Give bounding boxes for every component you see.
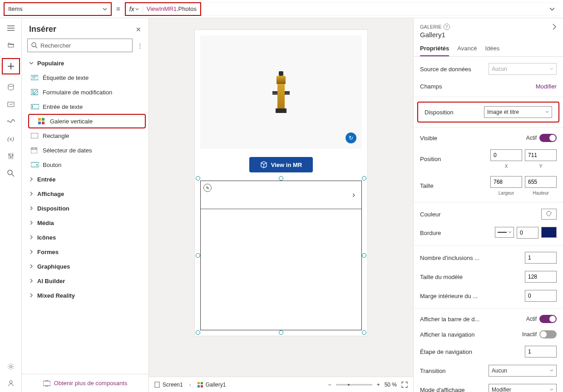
insert-edit-form[interactable]: Formulaire de modification (22, 85, 148, 99)
layout-select[interactable]: Image et titre (484, 106, 552, 118)
tab-properties[interactable]: Propriétés (420, 41, 449, 56)
insert-button[interactable]: Bouton (22, 157, 148, 172)
refresh-icon[interactable]: ↻ (346, 132, 356, 143)
height-input[interactable] (525, 176, 557, 188)
tools-icon[interactable] (6, 152, 15, 161)
gallery-row[interactable]: › (201, 181, 361, 209)
insert-vertical-gallery[interactable]: Galerie verticale (28, 114, 146, 128)
visible-toggle[interactable] (539, 134, 557, 142)
formula-expand[interactable] (201, 2, 559, 16)
search-icon[interactable] (6, 169, 15, 178)
chevron-right-icon[interactable] (552, 24, 557, 30)
flow-icon[interactable] (6, 117, 15, 126)
chevron-right-icon (29, 191, 34, 196)
settings-icon[interactable] (6, 362, 15, 371)
navstep-input[interactable] (525, 346, 557, 358)
tree-icon[interactable] (6, 41, 15, 50)
app-frame: ↻ View in MR ✎ › (195, 30, 367, 336)
border-width-input[interactable] (517, 227, 538, 239)
cat-charts[interactable]: Graphiques (22, 259, 148, 274)
more-icon[interactable]: ⋮ (137, 42, 143, 49)
displaymode-select[interactable]: Modifier (489, 384, 557, 392)
chevron-right-icon (29, 250, 34, 254)
svg-rect-23 (198, 385, 200, 387)
pos-x-input[interactable] (490, 149, 522, 161)
zoom-slider[interactable] (336, 384, 372, 386)
data-icon[interactable] (6, 83, 15, 92)
breadcrumb-screen[interactable]: Screen1 (154, 382, 183, 388)
svg-rect-18 (31, 162, 39, 167)
formula-property: .Photos (177, 5, 197, 12)
close-icon[interactable]: ✕ (136, 26, 141, 33)
cat-media[interactable]: Média (22, 216, 148, 230)
search-input[interactable]: Rechercher (27, 39, 133, 52)
tab-ideas[interactable]: Idées (485, 41, 499, 56)
template-size-input[interactable] (525, 271, 557, 283)
transition-label: Transition (420, 368, 446, 374)
popular-category[interactable]: Populaire (22, 56, 148, 70)
datasource-select[interactable]: Aucun (489, 63, 557, 75)
edit-icon[interactable]: ✎ (203, 184, 212, 192)
svg-point-26 (348, 384, 350, 386)
layout-label: Disposition (425, 109, 454, 116)
media-icon[interactable] (6, 100, 15, 109)
svg-point-2 (8, 154, 10, 156)
chevron-right-icon (29, 279, 34, 283)
wrap-input[interactable] (525, 252, 557, 264)
svg-rect-19 (43, 381, 50, 386)
transition-select[interactable]: Aucun (489, 365, 557, 377)
tab-advanced[interactable]: Avancé (457, 41, 477, 56)
search-placeholder: Rechercher (40, 42, 71, 49)
template-size-label: Taille du modèle (420, 274, 463, 280)
fx-button[interactable]: fx (126, 5, 143, 13)
breadcrumb-gallery[interactable]: Gallery1 (198, 382, 226, 388)
insert-panel: Insérer ✕ Rechercher ⋮ Populaire Étiquet… (22, 18, 149, 392)
fields-edit-link[interactable]: Modifier (536, 83, 557, 90)
cat-mr[interactable]: Mixed Reality (22, 288, 148, 303)
cat-icons[interactable]: Icônes (22, 230, 148, 245)
help-icon[interactable]: ? (444, 24, 450, 30)
chevron-down-icon (135, 7, 139, 11)
padding-input[interactable] (525, 290, 557, 302)
cat-shapes[interactable]: Formes (22, 245, 148, 259)
fullscreen-icon[interactable] (401, 382, 408, 388)
chevron-down-icon (103, 7, 107, 11)
pos-y-input[interactable] (525, 149, 557, 161)
border-color[interactable] (541, 227, 557, 238)
cat-layout[interactable]: Disposition (22, 201, 148, 216)
ask-icon[interactable] (6, 378, 15, 387)
border-style[interactable] (495, 227, 514, 238)
formula-object: ViewInMR1 (147, 5, 177, 12)
cat-ai[interactable]: AI Builder (22, 274, 148, 288)
svg-rect-22 (201, 382, 203, 384)
formula-input[interactable]: ViewInMR1.Photos (143, 5, 200, 12)
cat-entry[interactable]: Entrée (22, 172, 148, 186)
hydrant-graphic (272, 71, 290, 113)
property-selector[interactable]: Items (4, 2, 112, 16)
insert-title: Insérer (29, 24, 56, 34)
zoom-out[interactable]: − (328, 382, 331, 388)
cat-display[interactable]: Affichage (22, 186, 148, 201)
color-picker[interactable] (541, 209, 557, 220)
view-in-mr-button[interactable]: View in MR (249, 157, 313, 172)
hamburger-icon[interactable] (6, 24, 15, 33)
get-components-link[interactable]: Obtenir plus de composants (22, 374, 148, 392)
formula-bar: Items = fx ViewInMR1.Photos (0, 0, 563, 18)
nav-toggle[interactable] (539, 330, 557, 338)
border-label: Bordure (420, 230, 441, 236)
insert-rectangle[interactable]: Rectangle (22, 128, 148, 143)
svg-point-0 (8, 84, 14, 87)
variable-icon[interactable]: (x) (6, 134, 15, 143)
scrollbar-label: Afficher la barre de d... (420, 316, 479, 323)
gallery-control[interactable]: ✎ › (200, 181, 362, 330)
insert-text-input[interactable]: Entrée de texte (22, 99, 148, 114)
insert-button[interactable] (2, 58, 20, 74)
zoom-in[interactable]: + (377, 382, 380, 388)
color-label: Couleur (420, 211, 441, 218)
chevron-right-icon (29, 293, 34, 298)
width-input[interactable] (490, 176, 522, 188)
insert-text-label[interactable]: Étiquette de texte (22, 70, 148, 85)
canvas-footer: Screen1 › Gallery1 − + 50 % (149, 377, 413, 392)
scrollbar-toggle[interactable] (539, 315, 557, 323)
insert-date-picker[interactable]: Sélecteur de dates (22, 143, 148, 157)
